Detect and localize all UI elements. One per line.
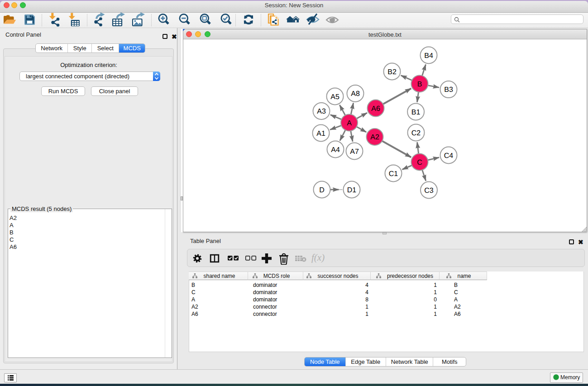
svg-text:A8: A8 (351, 90, 360, 98)
svg-text:A5: A5 (330, 93, 339, 101)
svg-text:A2: A2 (370, 133, 379, 141)
svg-text:A1: A1 (316, 130, 325, 138)
svg-text:B4: B4 (424, 52, 433, 60)
svg-text:C2: C2 (411, 129, 421, 137)
svg-text:C3: C3 (424, 187, 434, 195)
svg-text:B2: B2 (387, 68, 397, 76)
svg-text:B: B (417, 81, 422, 88)
svg-text:D1: D1 (347, 186, 357, 194)
svg-text:C: C (417, 159, 422, 167)
svg-text:A7: A7 (350, 148, 359, 156)
svg-text:D: D (319, 186, 325, 194)
svg-text:C1: C1 (389, 170, 398, 178)
svg-text:C4: C4 (444, 152, 454, 160)
svg-text:B3: B3 (444, 86, 453, 94)
svg-text:A6: A6 (371, 105, 380, 113)
svg-text:A: A (347, 119, 352, 127)
svg-text:B1: B1 (411, 109, 421, 116)
svg-text:A3: A3 (317, 108, 326, 115)
svg-text:A4: A4 (331, 146, 340, 154)
